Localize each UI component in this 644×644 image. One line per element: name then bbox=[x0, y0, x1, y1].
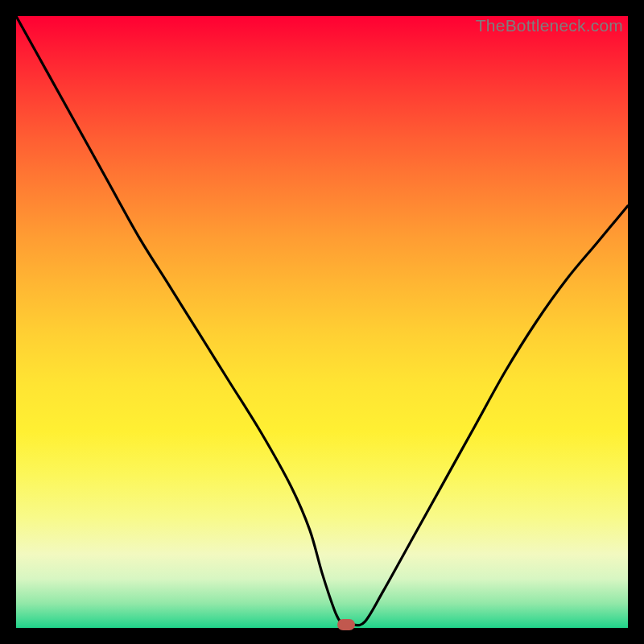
plot-area: TheBottleneck.com bbox=[16, 16, 628, 628]
chart-frame: TheBottleneck.com bbox=[0, 0, 644, 644]
bottleneck-curve bbox=[16, 16, 628, 628]
minimum-marker bbox=[337, 619, 355, 630]
